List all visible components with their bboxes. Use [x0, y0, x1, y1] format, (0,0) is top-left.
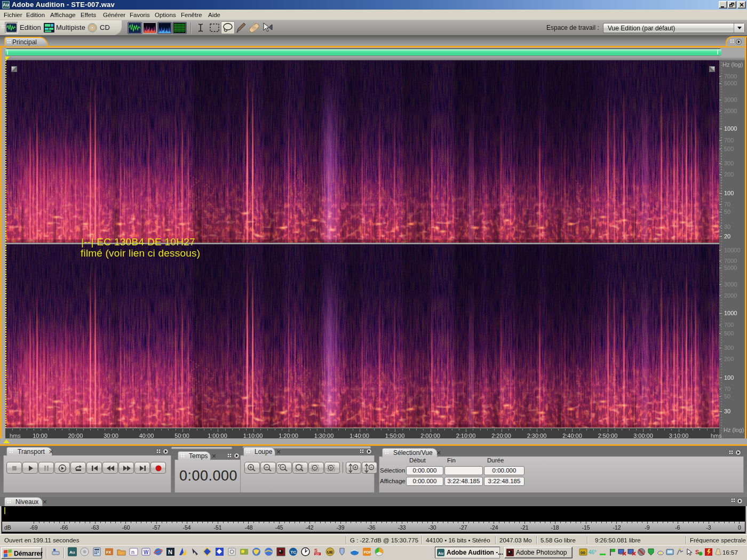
svg-text:PDF: PDF	[364, 550, 372, 554]
svg-text:46°: 46°	[589, 549, 597, 555]
svg-text:TC: TC	[291, 550, 297, 555]
svg-text:SBP: SBP	[315, 553, 320, 556]
svg-text:S: S	[695, 549, 699, 555]
svg-text:Au: Au	[69, 550, 75, 555]
svg-text:N: N	[168, 549, 172, 555]
svg-text:n: n	[131, 549, 134, 555]
svg-text:FX: FX	[106, 550, 111, 554]
svg-text:W: W	[144, 549, 149, 555]
svg-text:UE: UE	[327, 550, 333, 555]
svg-text:Au: Au	[438, 551, 443, 556]
svg-text:00: 00	[581, 550, 585, 555]
svg-text:S: S	[314, 548, 317, 553]
